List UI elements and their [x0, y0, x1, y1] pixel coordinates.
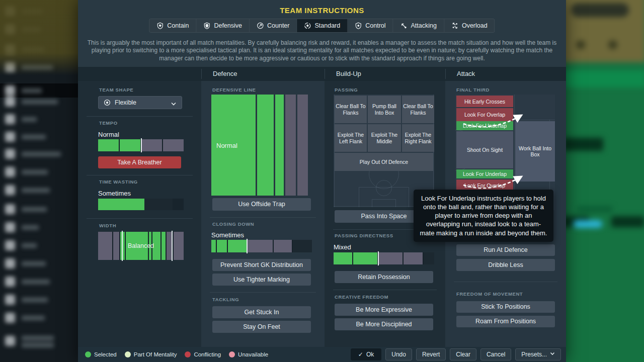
presets-label: Presets... [521, 349, 547, 360]
width-bar[interactable]: Balanced [98, 232, 184, 260]
legend-conflicting: Conflicting [185, 351, 221, 357]
revert-button[interactable]: Revert [416, 348, 446, 360]
tempo-bar[interactable] [98, 139, 184, 151]
presets-button[interactable]: Presets... [515, 348, 561, 360]
zone-clear-ball-right[interactable]: Clear Ball To Flanks [402, 96, 434, 123]
width-label: WIDTH [99, 223, 116, 228]
freedom-of-movement-label: FREEDOM OF MOVEMENT [456, 291, 523, 297]
contain-icon [156, 22, 164, 29]
retain-possession-button[interactable]: Retain Possession [335, 271, 433, 283]
passing-directness-bar[interactable] [334, 252, 434, 264]
tab-defensive[interactable]: Defensive [196, 19, 250, 32]
team-instructions-dialog: TEAM INSTRUCTIONS Contain Defensive Coun… [78, 0, 566, 362]
use-tighter-marking-button[interactable]: Use Tighter Marking [212, 274, 311, 286]
defence-header: Defence [213, 70, 237, 77]
tab-label: Control [365, 22, 385, 29]
tab-contain[interactable]: Contain [149, 19, 196, 32]
be-more-expressive-button[interactable]: Be More Expressive [335, 304, 433, 316]
zone-hit-early-crosses[interactable]: Hit Early Crosses [456, 96, 513, 107]
final-third-label: FINAL THIRD [456, 87, 490, 93]
defensive-icon [203, 22, 210, 29]
check-icon: ✓ [358, 349, 363, 360]
mentality-description: This is arguably the most important of a… [86, 39, 558, 62]
zone-clear-ball-left[interactable]: Clear Ball To Flanks [335, 96, 367, 123]
attack-header: Attack [457, 70, 475, 77]
part-of-mentality-dot-icon [125, 351, 131, 357]
prevent-short-gk-button[interactable]: Prevent Short GK Distribution [212, 259, 311, 271]
tab-counter[interactable]: Counter [250, 19, 297, 32]
tab-label: Attacking [411, 22, 437, 29]
tab-label: Overload [462, 22, 488, 29]
column-headers: Defence Build-Up Attack [78, 67, 566, 81]
team-column: TEAM SHAPE Flexible TEMPO Normal [78, 81, 201, 347]
stay-on-feet-button[interactable]: Stay On Feet [212, 321, 311, 333]
defensive-line-value: Normal [216, 141, 237, 149]
background-sidebar [0, 0, 78, 362]
attacking-icon [400, 22, 408, 29]
passing-zones-row1: Clear Ball To Flanks Pump Ball Into Box … [335, 96, 434, 123]
zone-play-out-of-defence[interactable]: Play Out Of Defence [335, 153, 433, 171]
closing-down-value: Sometimes [211, 231, 244, 239]
zone-shoot-on-sight[interactable]: Shoot On Sight [456, 131, 513, 168]
zone-exploit-middle[interactable]: Exploit The Middle [368, 124, 401, 152]
tab-standard[interactable]: Standard [297, 19, 348, 32]
zone-exploit-right[interactable]: Exploit The Right Flank [402, 124, 434, 152]
team-shape-dropdown[interactable]: Flexible [98, 96, 182, 109]
selected-dot-icon [85, 351, 91, 357]
legend-label: Part Of Mentality [134, 351, 177, 357]
look-for-underlap-tooltip: Look For Underlap instructs players to h… [414, 190, 553, 242]
stick-to-positions-button[interactable]: Stick To Positions [456, 301, 555, 313]
passing-directness-label: PASSING DIRECTNESS [335, 233, 393, 238]
mentality-tabs: Contain Defensive Counter Standard [149, 19, 495, 33]
unavailable-dot-icon [229, 351, 235, 357]
tab-label: Counter [267, 22, 289, 29]
legend-label: Unavailable [238, 351, 268, 357]
cancel-button[interactable]: Cancel [480, 348, 511, 360]
legend: Selected Part Of Mentality Conflicting U… [85, 347, 268, 362]
team-shape-value: Flexible [115, 99, 136, 106]
zone-look-for-overlap-top[interactable]: Look For Overlap [456, 108, 513, 121]
legend-part-of-mentality: Part Of Mentality [125, 351, 177, 357]
zone-pump-ball[interactable]: Pump Ball Into Box [368, 96, 401, 123]
team-shape-icon [104, 99, 111, 106]
closing-down-bar[interactable] [211, 240, 312, 252]
dialog-footer: Selected Part Of Mentality Conflicting U… [78, 347, 566, 362]
passing-label: PASSING [335, 87, 358, 93]
roam-from-positions-button[interactable]: Roam From Positions [456, 316, 555, 327]
build-up-header: Build-Up [336, 70, 361, 77]
take-a-breather-button[interactable]: Take A Breather [98, 156, 181, 168]
time-wasting-value: Sometimes [98, 190, 131, 197]
zone-look-for-underlap-bottom[interactable]: Look For Underlap [456, 169, 513, 178]
tab-attacking[interactable]: Attacking [393, 19, 444, 32]
closing-down-label: CLOSING DOWN [212, 221, 254, 227]
dialog-title: TEAM INSTRUCTIONS [78, 6, 566, 15]
zone-look-for-underlap-top[interactable]: Look For Underlap [456, 121, 513, 130]
clear-button[interactable]: Clear [450, 348, 476, 360]
get-stuck-in-button[interactable]: Get Stuck In [212, 306, 311, 318]
zone-work-ball-into-box[interactable]: Work Ball Into Box [515, 121, 555, 182]
footer-buttons: ✓ Ok Undo Revert Clear Cancel Presets... [351, 348, 561, 360]
conflicting-dot-icon [185, 351, 191, 357]
ok-button[interactable]: ✓ Ok [351, 348, 381, 360]
defensive-line-chart[interactable]: Normal [211, 95, 311, 196]
chevron-down-icon [171, 99, 177, 111]
be-more-disciplined-button[interactable]: Be More Disciplined [335, 318, 433, 330]
tab-overload[interactable]: Overload [444, 19, 495, 32]
legend-unavailable: Unavailable [229, 351, 268, 357]
use-offside-trap-button[interactable]: Use Offside Trap [212, 198, 311, 211]
time-wasting-bar[interactable] [98, 199, 184, 210]
chevron-down-icon [550, 349, 555, 360]
width-value: Balanced [98, 232, 184, 260]
zone-exploit-left[interactable]: Exploit The Left Flank [335, 124, 367, 152]
undo-button[interactable]: Undo [385, 348, 412, 360]
control-icon [355, 22, 362, 29]
tab-control[interactable]: Control [348, 19, 393, 32]
tab-label: Standard [314, 22, 340, 29]
dribble-less-button[interactable]: Dribble Less [456, 259, 555, 271]
time-wasting-label: TIME WASTING [99, 179, 138, 185]
tab-label: Defensive [214, 22, 242, 29]
tempo-label: TEMPO [99, 120, 118, 126]
run-at-defence-button[interactable]: Run At Defence [456, 244, 555, 256]
tempo-value: Normal [98, 131, 119, 138]
legend-selected: Selected [85, 351, 117, 357]
